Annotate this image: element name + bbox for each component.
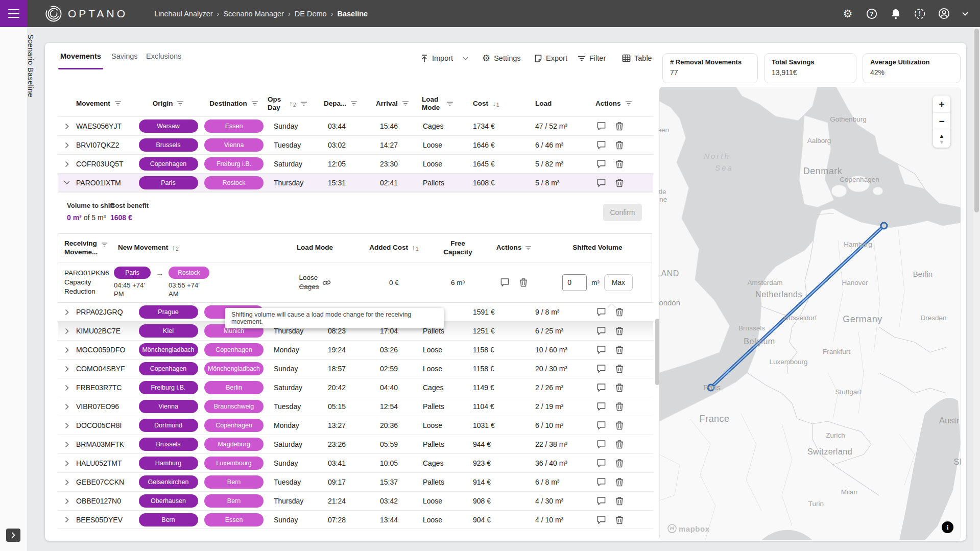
table-scrollbar-thumb[interactable] — [655, 319, 659, 385]
confirm-button[interactable]: Confirm — [603, 204, 642, 221]
column-filter-icon[interactable] — [300, 101, 307, 107]
table-row[interactable]: WAES056YJT Warsaw Essen Sunday 03:44 15:… — [58, 116, 653, 135]
column-filter-icon[interactable] — [101, 242, 108, 247]
zoom-out-button[interactable]: − — [933, 113, 950, 130]
settings-button[interactable]: ⚙ Settings — [482, 51, 521, 65]
column-filter-icon[interactable] — [177, 101, 184, 106]
comment-icon[interactable] — [595, 121, 607, 132]
table-row[interactable]: PARO01IXTM Paris Rostock Thursday 15:31 … — [58, 173, 653, 192]
comment-icon[interactable] — [595, 514, 607, 525]
column-filter-icon[interactable] — [446, 101, 453, 107]
row-expander-chevron-icon[interactable] — [58, 441, 76, 448]
comment-icon[interactable] — [595, 420, 607, 431]
account-icon[interactable] — [938, 8, 950, 20]
route-marker-paris[interactable] — [708, 385, 714, 391]
table-scrollbar[interactable] — [655, 319, 659, 487]
import-button[interactable]: Import — [420, 51, 453, 65]
table-row[interactable]: VIBR07EO96 Vienna Braunschweig Tuesday 0… — [58, 397, 653, 416]
column-filter-icon[interactable] — [114, 101, 122, 106]
table-row[interactable]: OBBE0127N0 Oberhausen Bern Thursday 21:2… — [58, 491, 653, 510]
export-button[interactable]: Export — [534, 51, 567, 65]
trash-icon[interactable] — [614, 363, 625, 374]
row-expander-chevron-icon[interactable] — [58, 479, 76, 486]
trash-icon[interactable] — [614, 382, 625, 393]
comment-icon[interactable] — [595, 382, 607, 393]
table-row[interactable]: MOCO059DFO Mönchengladbach Copenhagen Mo… — [58, 340, 653, 359]
comment-icon[interactable] — [595, 325, 607, 337]
trash-icon[interactable] — [614, 495, 625, 507]
breadcrumb-item[interactable]: Linehaul Analyzer — [154, 10, 212, 18]
trash-icon[interactable] — [614, 177, 625, 188]
trash-icon[interactable] — [614, 139, 625, 151]
table-row[interactable]: BRMA03MFTK Brussels Magdeburg Saturday 2… — [58, 435, 653, 453]
help-icon[interactable]: ? — [866, 8, 878, 20]
sort-indicator[interactable]: ↑1 — [412, 244, 419, 252]
map-info-button[interactable]: i — [942, 521, 953, 533]
trash-icon[interactable] — [614, 121, 625, 132]
column-filter-icon[interactable] — [251, 101, 258, 106]
table-row[interactable]: BRVI07QKZ2 Brussels Vienna Tuesday 03:02… — [58, 135, 653, 154]
trash-icon[interactable] — [614, 401, 625, 412]
zoom-in-button[interactable]: + — [933, 95, 950, 113]
table-view-button[interactable]: Table — [622, 51, 652, 65]
comment-icon[interactable] — [595, 476, 607, 488]
trash-icon[interactable] — [614, 439, 625, 450]
comment-icon[interactable] — [595, 344, 607, 355]
breadcrumb-item[interactable]: Scenario Manager — [223, 10, 284, 18]
comment-icon[interactable] — [595, 439, 607, 450]
filter-button[interactable]: Filter — [578, 51, 606, 65]
row-expander-chevron-icon[interactable] — [58, 309, 76, 316]
receiving-movement-row[interactable]: PARO01PKN6CapacityReduction Paris 04:45 … — [58, 262, 652, 302]
notifications-bell-icon[interactable] — [890, 8, 902, 20]
row-expander-chevron-icon[interactable] — [58, 179, 76, 186]
shifted-volume-input[interactable] — [562, 274, 587, 291]
account-chevron-down-icon[interactable] — [962, 8, 969, 20]
row-expander-chevron-icon[interactable] — [58, 422, 76, 429]
column-filter-icon[interactable] — [625, 101, 632, 106]
row-expander-chevron-icon[interactable] — [58, 142, 76, 149]
comment-icon[interactable] — [595, 363, 607, 374]
tab-movements[interactable]: Movements — [60, 52, 101, 67]
import-dropdown-chevron-icon[interactable] — [463, 51, 468, 65]
sort-indicator[interactable]: ↑2 — [289, 100, 296, 108]
sidebar-expand-button[interactable] — [6, 529, 20, 542]
comment-icon[interactable] — [595, 401, 607, 412]
comment-icon[interactable] — [595, 495, 607, 507]
comment-icon[interactable] — [595, 139, 607, 151]
sort-indicator[interactable]: ↓1 — [492, 100, 499, 108]
status-alert-icon[interactable]: ! — [914, 8, 926, 20]
table-row[interactable]: COFR03UQ5T Copenhagen Freiburg i.B. Satu… — [58, 154, 653, 173]
row-expander-chevron-icon[interactable] — [58, 161, 76, 167]
table-row[interactable]: GEBE07CCKN Gelsenkirchen Bern Tuesday 09… — [58, 472, 653, 491]
map[interactable]: NorthSeadeenstle'yneGothenburgAalborgDen… — [659, 87, 961, 540]
table-row[interactable]: BEES05DYEV Bern Essen Sunday 07:28 13:44… — [58, 510, 653, 529]
window-scrollbar-thumb[interactable] — [974, 29, 979, 212]
row-expander-chevron-icon[interactable] — [58, 328, 76, 334]
table-row[interactable]: COMO04SBYF Copenhagen Mönchengladbach Su… — [58, 359, 653, 378]
sort-indicator[interactable]: ↑2 — [172, 244, 179, 252]
breadcrumb-item[interactable]: DE Demo — [295, 10, 327, 18]
comment-icon[interactable] — [595, 306, 607, 318]
row-expander-chevron-icon[interactable] — [58, 516, 76, 523]
row-expander-chevron-icon[interactable] — [58, 498, 76, 505]
row-expander-chevron-icon[interactable] — [58, 385, 76, 391]
tab-exclusions[interactable]: Exclusions — [146, 52, 181, 67]
hamburger-menu-button[interactable] — [0, 0, 27, 27]
load-mode-link-icon[interactable] — [322, 278, 331, 287]
route-marker-rostock[interactable] — [881, 223, 887, 229]
table-row[interactable]: HALU052TMT Hamburg Luxembourg Sunday 03:… — [58, 453, 653, 472]
trash-icon[interactable] — [614, 325, 625, 337]
row-expander-chevron-icon[interactable] — [58, 123, 76, 130]
settings-gear-icon[interactable]: ⚙ — [842, 8, 854, 20]
trash-icon[interactable] — [614, 158, 625, 170]
table-row[interactable]: FRBE03R7TC Freiburg i.B. Berlin Saturday… — [58, 378, 653, 397]
trash-icon[interactable] — [518, 277, 529, 288]
column-filter-icon[interactable] — [350, 101, 357, 106]
map-compass-button[interactable]: ▲▼ — [933, 130, 950, 148]
row-expander-chevron-icon[interactable] — [58, 403, 76, 410]
max-button[interactable]: Max — [604, 274, 633, 291]
comment-icon[interactable] — [499, 277, 511, 288]
table-row[interactable]: DOCO05CR8I Dortmund Copenhagen Monday 13… — [58, 416, 653, 435]
column-filter-icon[interactable] — [402, 101, 409, 106]
trash-icon[interactable] — [614, 344, 625, 355]
